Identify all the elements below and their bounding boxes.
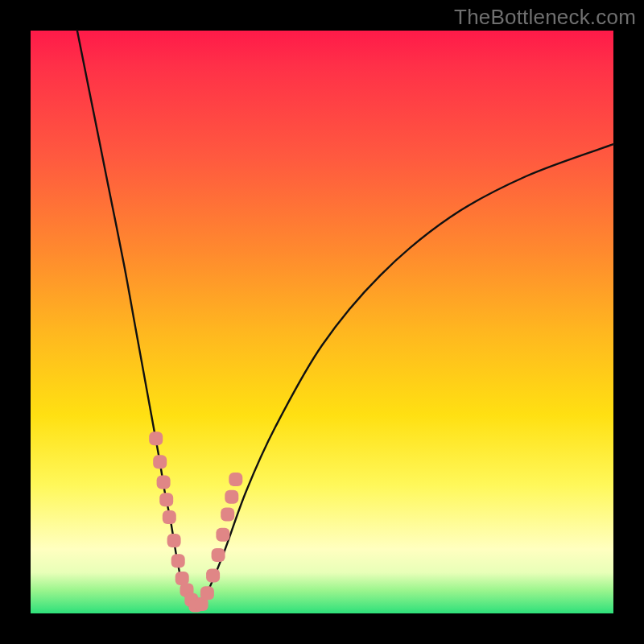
- highlight-dots: [149, 431, 242, 612]
- marker-dot: [229, 473, 242, 486]
- marker-dot: [149, 431, 163, 445]
- marker-dot: [216, 528, 229, 542]
- marker-dot: [212, 548, 225, 562]
- bottleneck-curve: [77, 31, 613, 610]
- marker-dot: [163, 510, 176, 524]
- watermark-text: TheBottleneck.com: [454, 5, 636, 30]
- marker-dot: [225, 490, 238, 504]
- marker-dot: [171, 554, 185, 568]
- marker-dot: [157, 476, 171, 489]
- plot-area: [31, 31, 613, 613]
- chart-frame: TheBottleneck.com: [0, 0, 644, 644]
- marker-dot: [200, 586, 214, 600]
- marker-dot: [221, 507, 234, 521]
- curve-svg: [31, 31, 613, 613]
- marker-dot: [206, 568, 220, 582]
- marker-dot: [167, 534, 181, 547]
- marker-dot: [153, 455, 167, 469]
- marker-dot: [159, 493, 173, 506]
